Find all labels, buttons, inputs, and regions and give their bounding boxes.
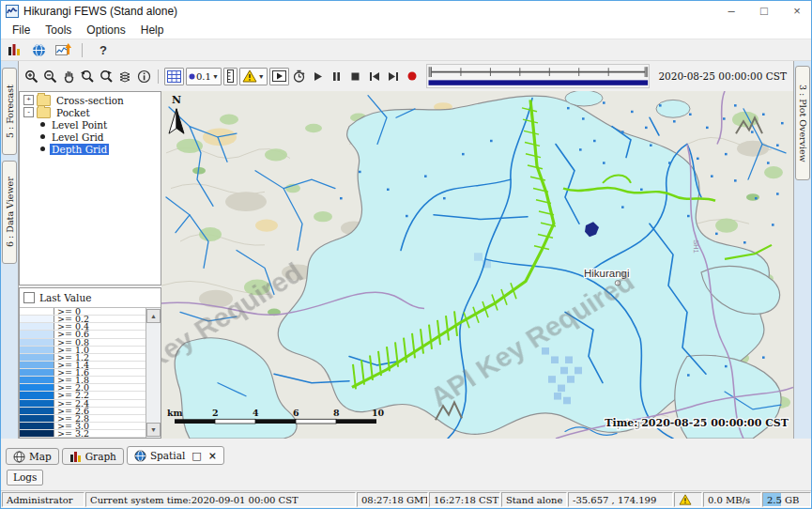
legend-swatch <box>20 384 54 391</box>
legend-swatch <box>20 308 54 315</box>
grid-display-button[interactable] <box>164 68 184 85</box>
last-value-checkbox[interactable] <box>23 292 35 303</box>
dot-icon <box>189 73 195 80</box>
tree-item-label: Depth Grid <box>50 144 109 155</box>
tree-item-pocket[interactable]: -Pocket <box>20 106 161 118</box>
bar-chart-icon <box>8 43 22 56</box>
menu-tools[interactable]: Tools <box>38 23 79 39</box>
warning-icon <box>242 69 257 83</box>
menu-help[interactable]: Help <box>133 23 172 39</box>
title-bar: Hikurangi FEWS (Stand alone) – □ × <box>1 1 811 22</box>
record-button[interactable] <box>404 68 421 85</box>
toolbar-separator <box>158 69 159 84</box>
legend-swatch <box>20 415 54 422</box>
logs-button[interactable]: Logs <box>7 470 43 486</box>
timeline-graphic <box>427 65 650 87</box>
layers-button[interactable] <box>116 68 133 85</box>
status-local-time: 16:27:18 CST <box>429 492 500 507</box>
interval-dropdown[interactable]: 0.1 ▼ <box>186 68 222 85</box>
legend-swatch <box>20 423 54 429</box>
scale-tick: 2 <box>212 409 219 419</box>
warning-dropdown[interactable]: ▼ <box>239 68 268 85</box>
pause-button[interactable] <box>329 68 345 85</box>
window-title: Hikurangi FEWS (Stand alone) <box>23 5 177 18</box>
skip-to-start-button[interactable] <box>366 68 383 85</box>
stop-button[interactable] <box>347 68 364 85</box>
legend-swatch <box>20 362 54 368</box>
status-gmt-time: 08:27:18 GMT <box>357 492 428 507</box>
content-area: +Cross-section-PocketLevel PointLevel Gr… <box>19 91 793 439</box>
legend-swatch <box>20 400 54 407</box>
scroll-up-button[interactable]: ▲ <box>146 309 161 323</box>
tree-item-depth-grid[interactable]: Depth Grid <box>20 143 161 155</box>
legend-swatch <box>20 323 54 330</box>
map-display-button[interactable] <box>29 41 48 58</box>
minimize-button[interactable]: – <box>717 1 745 22</box>
globe-blue-icon <box>134 450 146 462</box>
tab-close-button[interactable]: × <box>208 450 217 462</box>
tab-forecast[interactable]: 5 : Forecast <box>2 68 17 155</box>
chevron-down-icon: ▼ <box>258 73 265 80</box>
node-bullet-icon <box>40 134 45 139</box>
tab-data-viewer[interactable]: 6 : Data Viewer <box>2 161 17 264</box>
scale-tick: 10 <box>372 409 384 419</box>
timeseries-dialog-button[interactable] <box>54 41 72 58</box>
legend-body: >= 0>= 0.2>= 0.4>= 0.6>= 0.8>= 1.0>= 1.2… <box>20 307 161 438</box>
status-user: Administrator <box>2 492 84 507</box>
status-warning <box>674 492 702 507</box>
app-window: Hikurangi FEWS (Stand alone) – □ × FileT… <box>0 0 812 509</box>
tree-item-label: Cross-section <box>54 95 126 106</box>
zoom-in-button[interactable] <box>23 68 39 85</box>
tree-item-level-grid[interactable]: Level Grid <box>20 131 161 143</box>
zoom-previous-button[interactable] <box>79 68 96 85</box>
north-label: N <box>172 94 181 106</box>
left-tab-strip: 5 : Forecast 6 : Data Viewer <box>1 61 18 439</box>
scale-unit-label: km <box>167 409 183 419</box>
skip-to-end-button[interactable] <box>385 68 402 85</box>
tree-item-level-point[interactable]: Level Point <box>20 118 161 131</box>
timeline-slider[interactable] <box>426 64 651 88</box>
legend-row: >= 3.2 <box>20 430 146 438</box>
status-system-time: Current system time:2020-09-01 00:00 CST <box>85 492 356 507</box>
status-bandwidth: 0.0 MB/s <box>703 492 761 507</box>
timer-button[interactable] <box>291 68 308 85</box>
tree-toggle[interactable]: + <box>23 95 34 105</box>
legend-scrollbar[interactable]: ▲ ▼ <box>146 308 161 438</box>
tab-graph[interactable]: Graph <box>62 448 124 465</box>
legend-swatch <box>20 339 54 346</box>
zoom-next-button[interactable] <box>98 68 115 85</box>
pan-button[interactable] <box>60 68 77 85</box>
legend-swatch <box>20 331 54 337</box>
help-button[interactable]: ? <box>92 43 107 57</box>
menu-bar: FileToolsOptionsHelp <box>1 22 811 39</box>
timeseries-icon <box>55 43 71 57</box>
close-button[interactable]: × <box>783 1 811 22</box>
ruler-button[interactable] <box>223 68 237 85</box>
legend-swatch <box>20 347 54 353</box>
legend-value: >= 3.2 <box>54 430 146 437</box>
tab-spatial[interactable]: Spatial□× <box>127 446 224 465</box>
maximize-button[interactable]: □ <box>750 1 778 22</box>
info-button[interactable] <box>135 68 152 85</box>
animation-dialog-button[interactable] <box>269 68 289 85</box>
map-view[interactable]: Hikurangi Springs Flat SH1 Time: 2020-08… <box>161 91 793 439</box>
zoom-out-button[interactable] <box>41 68 58 85</box>
globe-icon <box>32 43 46 57</box>
tree-toggle[interactable]: - <box>23 107 34 117</box>
tab-map[interactable]: Map <box>6 448 59 465</box>
status-bar: AdministratorCurrent system time:2020-09… <box>1 490 811 508</box>
warning-icon <box>679 494 692 505</box>
legend-panel: Last Value >= 0>= 0.2>= 0.4>= 0.6>= 0.8>… <box>19 287 161 439</box>
menu-options[interactable]: Options <box>79 23 132 39</box>
interval-value: 0.1 <box>196 71 211 82</box>
menu-file[interactable]: File <box>5 23 38 39</box>
scroll-down-button[interactable]: ▼ <box>146 423 161 437</box>
tab-plot-overview[interactable]: 3 : Plot Overview <box>795 66 810 180</box>
tab-maximize-button[interactable]: □ <box>192 450 201 462</box>
toolbar-separator <box>82 43 83 57</box>
play-button[interactable] <box>310 68 327 85</box>
legend-swatch <box>20 369 54 376</box>
explorer-button[interactable] <box>5 41 23 58</box>
bar-chart-icon <box>69 451 82 463</box>
map-canvas: Hikurangi Springs Flat SH1 Time: 2020-08… <box>161 91 793 439</box>
